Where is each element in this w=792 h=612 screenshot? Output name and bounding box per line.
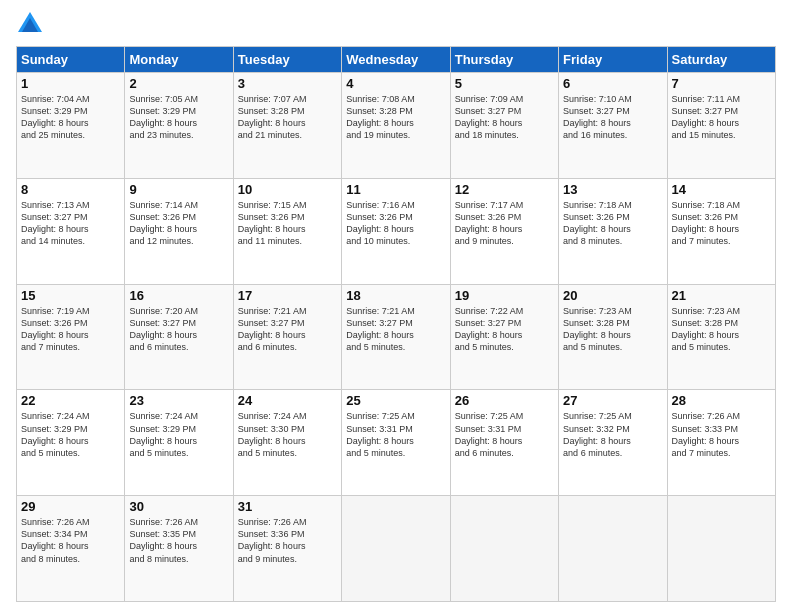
- calendar-cell: 22Sunrise: 7:24 AM Sunset: 3:29 PM Dayli…: [17, 390, 125, 496]
- calendar-cell: 5Sunrise: 7:09 AM Sunset: 3:27 PM Daylig…: [450, 73, 558, 179]
- calendar-cell: 19Sunrise: 7:22 AM Sunset: 3:27 PM Dayli…: [450, 284, 558, 390]
- day-number: 22: [21, 393, 120, 408]
- calendar-cell: 21Sunrise: 7:23 AM Sunset: 3:28 PM Dayli…: [667, 284, 775, 390]
- calendar-cell: 6Sunrise: 7:10 AM Sunset: 3:27 PM Daylig…: [559, 73, 667, 179]
- day-number: 25: [346, 393, 445, 408]
- cell-sun-info: Sunrise: 7:14 AM Sunset: 3:26 PM Dayligh…: [129, 199, 228, 248]
- day-number: 4: [346, 76, 445, 91]
- day-number: 7: [672, 76, 771, 91]
- day-number: 29: [21, 499, 120, 514]
- cell-sun-info: Sunrise: 7:07 AM Sunset: 3:28 PM Dayligh…: [238, 93, 337, 142]
- day-header-sunday: Sunday: [17, 47, 125, 73]
- calendar-cell: 30Sunrise: 7:26 AM Sunset: 3:35 PM Dayli…: [125, 496, 233, 602]
- day-number: 10: [238, 182, 337, 197]
- day-header-thursday: Thursday: [450, 47, 558, 73]
- cell-sun-info: Sunrise: 7:08 AM Sunset: 3:28 PM Dayligh…: [346, 93, 445, 142]
- day-number: 9: [129, 182, 228, 197]
- calendar-cell: 14Sunrise: 7:18 AM Sunset: 3:26 PM Dayli…: [667, 178, 775, 284]
- calendar-cell: 17Sunrise: 7:21 AM Sunset: 3:27 PM Dayli…: [233, 284, 341, 390]
- day-number: 5: [455, 76, 554, 91]
- cell-sun-info: Sunrise: 7:15 AM Sunset: 3:26 PM Dayligh…: [238, 199, 337, 248]
- day-header-monday: Monday: [125, 47, 233, 73]
- calendar-header-row: SundayMondayTuesdayWednesdayThursdayFrid…: [17, 47, 776, 73]
- cell-sun-info: Sunrise: 7:26 AM Sunset: 3:34 PM Dayligh…: [21, 516, 120, 565]
- header: [16, 10, 776, 38]
- cell-sun-info: Sunrise: 7:04 AM Sunset: 3:29 PM Dayligh…: [21, 93, 120, 142]
- calendar-cell: 13Sunrise: 7:18 AM Sunset: 3:26 PM Dayli…: [559, 178, 667, 284]
- calendar-cell: 4Sunrise: 7:08 AM Sunset: 3:28 PM Daylig…: [342, 73, 450, 179]
- day-number: 23: [129, 393, 228, 408]
- logo-icon: [16, 10, 44, 38]
- day-number: 1: [21, 76, 120, 91]
- calendar-cell: 27Sunrise: 7:25 AM Sunset: 3:32 PM Dayli…: [559, 390, 667, 496]
- calendar-cell: 2Sunrise: 7:05 AM Sunset: 3:29 PM Daylig…: [125, 73, 233, 179]
- day-number: 26: [455, 393, 554, 408]
- day-number: 31: [238, 499, 337, 514]
- cell-sun-info: Sunrise: 7:19 AM Sunset: 3:26 PM Dayligh…: [21, 305, 120, 354]
- calendar-cell: 1Sunrise: 7:04 AM Sunset: 3:29 PM Daylig…: [17, 73, 125, 179]
- cell-sun-info: Sunrise: 7:18 AM Sunset: 3:26 PM Dayligh…: [672, 199, 771, 248]
- calendar-cell: [667, 496, 775, 602]
- day-number: 19: [455, 288, 554, 303]
- cell-sun-info: Sunrise: 7:20 AM Sunset: 3:27 PM Dayligh…: [129, 305, 228, 354]
- cell-sun-info: Sunrise: 7:23 AM Sunset: 3:28 PM Dayligh…: [563, 305, 662, 354]
- day-number: 2: [129, 76, 228, 91]
- day-number: 24: [238, 393, 337, 408]
- day-number: 16: [129, 288, 228, 303]
- calendar-cell: 24Sunrise: 7:24 AM Sunset: 3:30 PM Dayli…: [233, 390, 341, 496]
- day-header-friday: Friday: [559, 47, 667, 73]
- calendar-cell: 23Sunrise: 7:24 AM Sunset: 3:29 PM Dayli…: [125, 390, 233, 496]
- day-number: 18: [346, 288, 445, 303]
- day-number: 15: [21, 288, 120, 303]
- cell-sun-info: Sunrise: 7:26 AM Sunset: 3:36 PM Dayligh…: [238, 516, 337, 565]
- calendar-cell: 8Sunrise: 7:13 AM Sunset: 3:27 PM Daylig…: [17, 178, 125, 284]
- cell-sun-info: Sunrise: 7:17 AM Sunset: 3:26 PM Dayligh…: [455, 199, 554, 248]
- cell-sun-info: Sunrise: 7:25 AM Sunset: 3:31 PM Dayligh…: [455, 410, 554, 459]
- calendar-cell: 7Sunrise: 7:11 AM Sunset: 3:27 PM Daylig…: [667, 73, 775, 179]
- calendar-cell: 12Sunrise: 7:17 AM Sunset: 3:26 PM Dayli…: [450, 178, 558, 284]
- calendar-cell: [342, 496, 450, 602]
- cell-sun-info: Sunrise: 7:13 AM Sunset: 3:27 PM Dayligh…: [21, 199, 120, 248]
- calendar-cell: 11Sunrise: 7:16 AM Sunset: 3:26 PM Dayli…: [342, 178, 450, 284]
- calendar-cell: 20Sunrise: 7:23 AM Sunset: 3:28 PM Dayli…: [559, 284, 667, 390]
- day-number: 11: [346, 182, 445, 197]
- calendar-week-row: 1Sunrise: 7:04 AM Sunset: 3:29 PM Daylig…: [17, 73, 776, 179]
- day-number: 13: [563, 182, 662, 197]
- day-number: 3: [238, 76, 337, 91]
- cell-sun-info: Sunrise: 7:25 AM Sunset: 3:32 PM Dayligh…: [563, 410, 662, 459]
- cell-sun-info: Sunrise: 7:10 AM Sunset: 3:27 PM Dayligh…: [563, 93, 662, 142]
- day-number: 20: [563, 288, 662, 303]
- day-number: 8: [21, 182, 120, 197]
- cell-sun-info: Sunrise: 7:11 AM Sunset: 3:27 PM Dayligh…: [672, 93, 771, 142]
- calendar-cell: 31Sunrise: 7:26 AM Sunset: 3:36 PM Dayli…: [233, 496, 341, 602]
- calendar-week-row: 29Sunrise: 7:26 AM Sunset: 3:34 PM Dayli…: [17, 496, 776, 602]
- calendar-cell: 15Sunrise: 7:19 AM Sunset: 3:26 PM Dayli…: [17, 284, 125, 390]
- calendar-cell: 3Sunrise: 7:07 AM Sunset: 3:28 PM Daylig…: [233, 73, 341, 179]
- cell-sun-info: Sunrise: 7:18 AM Sunset: 3:26 PM Dayligh…: [563, 199, 662, 248]
- day-number: 14: [672, 182, 771, 197]
- calendar-week-row: 8Sunrise: 7:13 AM Sunset: 3:27 PM Daylig…: [17, 178, 776, 284]
- day-header-saturday: Saturday: [667, 47, 775, 73]
- calendar-cell: 9Sunrise: 7:14 AM Sunset: 3:26 PM Daylig…: [125, 178, 233, 284]
- cell-sun-info: Sunrise: 7:26 AM Sunset: 3:35 PM Dayligh…: [129, 516, 228, 565]
- calendar-week-row: 15Sunrise: 7:19 AM Sunset: 3:26 PM Dayli…: [17, 284, 776, 390]
- logo: [16, 10, 48, 38]
- cell-sun-info: Sunrise: 7:21 AM Sunset: 3:27 PM Dayligh…: [346, 305, 445, 354]
- calendar-cell: 10Sunrise: 7:15 AM Sunset: 3:26 PM Dayli…: [233, 178, 341, 284]
- calendar-cell: 28Sunrise: 7:26 AM Sunset: 3:33 PM Dayli…: [667, 390, 775, 496]
- cell-sun-info: Sunrise: 7:23 AM Sunset: 3:28 PM Dayligh…: [672, 305, 771, 354]
- cell-sun-info: Sunrise: 7:24 AM Sunset: 3:30 PM Dayligh…: [238, 410, 337, 459]
- day-number: 28: [672, 393, 771, 408]
- day-number: 27: [563, 393, 662, 408]
- cell-sun-info: Sunrise: 7:26 AM Sunset: 3:33 PM Dayligh…: [672, 410, 771, 459]
- cell-sun-info: Sunrise: 7:21 AM Sunset: 3:27 PM Dayligh…: [238, 305, 337, 354]
- calendar-week-row: 22Sunrise: 7:24 AM Sunset: 3:29 PM Dayli…: [17, 390, 776, 496]
- calendar-cell: [450, 496, 558, 602]
- calendar-cell: [559, 496, 667, 602]
- cell-sun-info: Sunrise: 7:09 AM Sunset: 3:27 PM Dayligh…: [455, 93, 554, 142]
- cell-sun-info: Sunrise: 7:24 AM Sunset: 3:29 PM Dayligh…: [21, 410, 120, 459]
- day-header-wednesday: Wednesday: [342, 47, 450, 73]
- cell-sun-info: Sunrise: 7:05 AM Sunset: 3:29 PM Dayligh…: [129, 93, 228, 142]
- day-number: 6: [563, 76, 662, 91]
- calendar-cell: 26Sunrise: 7:25 AM Sunset: 3:31 PM Dayli…: [450, 390, 558, 496]
